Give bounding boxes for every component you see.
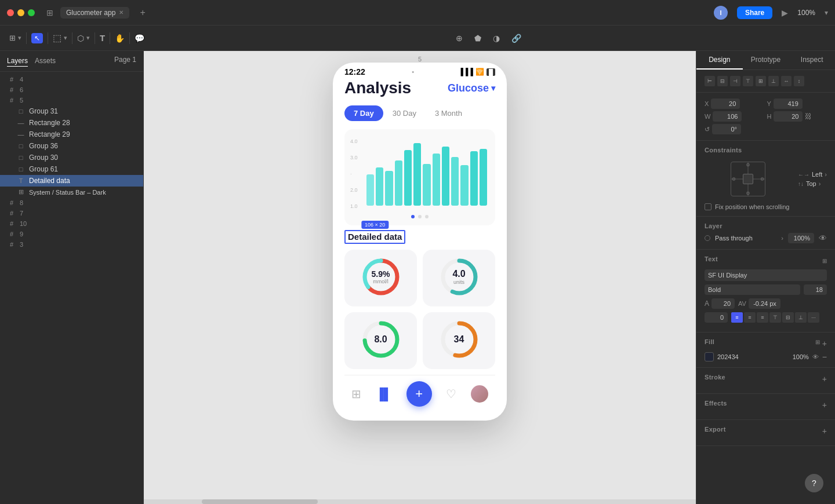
letter-spacing-input[interactable]	[749, 298, 780, 309]
zoom-chevron-icon[interactable]: ▾	[825, 9, 828, 17]
tab-30day[interactable]: 30 Day	[383, 105, 426, 121]
remove-fill-btn[interactable]: −	[822, 352, 827, 361]
visibility-icon[interactable]: 👁	[819, 233, 827, 243]
paragraph-input[interactable]	[705, 312, 728, 323]
align-right-icon[interactable]: ⊣	[730, 76, 740, 86]
font-size-input[interactable]	[804, 284, 827, 295]
zoom-level[interactable]: 100%	[797, 9, 815, 17]
nav-chart-icon[interactable]: ▐▌	[376, 388, 392, 401]
constraint-anchor-left[interactable]	[732, 178, 735, 181]
layer-item-rect28[interactable]: — Rectangle 28	[0, 117, 143, 129]
nav-avatar[interactable]	[471, 385, 488, 403]
y-input[interactable]: 419	[774, 98, 803, 109]
font-family-select[interactable]: SF UI Display	[705, 269, 827, 281]
align-text-center-icon[interactable]: ≡	[744, 312, 756, 323]
layer-item-6[interactable]: # 6	[0, 85, 143, 95]
fill-color-swatch[interactable]	[705, 352, 714, 361]
layer-item-8[interactable]: # 8	[0, 198, 143, 208]
maximize-window-btn[interactable]	[28, 9, 35, 16]
move-tool-icon[interactable]: ⊞	[9, 34, 16, 42]
inspect-tab[interactable]: Inspect	[789, 51, 835, 70]
x-input[interactable]: 20	[711, 98, 740, 109]
horizontal-scrollbar[interactable]	[144, 499, 696, 504]
layer-item-4[interactable]: # 4	[0, 74, 143, 85]
text-vertical-top-icon[interactable]: ⊤	[769, 312, 781, 323]
component-icon[interactable]: ⊕	[456, 34, 463, 43]
scrollbar-thumb[interactable]	[202, 499, 318, 504]
layer-item-detaileddata[interactable]: T Detailed data	[0, 175, 143, 187]
frame-tool-icon[interactable]: ⬚	[53, 32, 61, 43]
prototype-tab[interactable]: Prototype	[743, 51, 789, 70]
close-window-btn[interactable]	[7, 9, 14, 16]
layer-item-group30[interactable]: □ Group 30	[0, 152, 143, 163]
layer-item-5[interactable]: # 5	[0, 95, 143, 105]
nav-add-button[interactable]: +	[406, 381, 432, 407]
comment-tool-icon[interactable]: 💬	[135, 34, 144, 43]
constraint-anchor-top[interactable]	[747, 163, 750, 166]
w-input[interactable]: 106	[713, 111, 742, 122]
nav-home-icon[interactable]: ⊞	[351, 387, 361, 401]
tab-close-icon[interactable]: ✕	[119, 9, 124, 16]
align-text-left-icon[interactable]: ≡	[731, 312, 743, 323]
layer-item-group61[interactable]: □ Group 61	[0, 163, 143, 175]
tab-7day[interactable]: 7 Day	[344, 105, 383, 121]
design-tab[interactable]: Design	[696, 51, 743, 70]
pen-tool-icon[interactable]: ⬡	[77, 34, 84, 43]
theme-icon[interactable]: ◑	[493, 34, 500, 43]
assets-tab[interactable]: Assets	[35, 56, 56, 67]
align-middle-icon[interactable]: ⊞	[756, 76, 766, 86]
play-icon[interactable]: ▶	[782, 8, 788, 17]
rotation-input[interactable]	[712, 124, 741, 134]
align-left-icon[interactable]: ⊢	[705, 76, 715, 86]
opacity-input[interactable]	[788, 233, 814, 243]
avatar-icon[interactable]: I	[714, 6, 728, 20]
blend-mode-label[interactable]: Pass through	[715, 235, 776, 242]
fix-scroll-checkbox[interactable]	[705, 203, 711, 210]
nav-heart-icon[interactable]: ♡	[446, 387, 456, 401]
add-effect-btn[interactable]: +	[822, 400, 827, 410]
fill-color-value[interactable]: 202434	[717, 353, 789, 360]
line-height-input[interactable]	[711, 298, 735, 309]
layer-item-group31[interactable]: □ Group 31	[0, 105, 143, 117]
text-tool-icon[interactable]: T	[100, 33, 105, 43]
page-selector[interactable]: Page 1	[114, 56, 136, 67]
glucose-selector[interactable]: Glucose ▾	[448, 82, 495, 94]
constraint-anchor-right[interactable]	[761, 178, 764, 181]
layer-item-7[interactable]: # 7	[0, 208, 143, 218]
canvas-area[interactable]: 5 12:22 • ▐▐▐ 🛜 █ Analysis Glucose	[144, 51, 696, 504]
add-stroke-btn[interactable]: +	[822, 374, 827, 384]
layer-item-group36[interactable]: □ Group 36	[0, 140, 143, 152]
tab-3month[interactable]: 3 Month	[426, 105, 471, 121]
select-tool-icon[interactable]: ↖	[31, 33, 43, 43]
tool-chevron-icon[interactable]: ▾	[18, 34, 21, 42]
mask-icon[interactable]: ⬟	[474, 34, 481, 43]
frame-chevron-icon[interactable]: ▾	[64, 34, 67, 42]
new-tab-btn[interactable]: +	[140, 8, 145, 18]
text-more-icon[interactable]: ···	[808, 312, 819, 323]
layer-item-rect29[interactable]: — Rectangle 29	[0, 129, 143, 140]
hand-tool-icon[interactable]: ✋	[115, 34, 125, 43]
align-text-right-icon[interactable]: ≡	[757, 312, 768, 323]
fill-visibility-icon[interactable]: 👁	[812, 353, 819, 360]
help-button[interactable]: ?	[805, 474, 823, 492]
align-center-h-icon[interactable]: ⊟	[717, 76, 728, 86]
constraint-anchor-bottom[interactable]	[747, 192, 750, 195]
text-vertical-bot-icon[interactable]: ⊥	[795, 312, 807, 323]
pen-chevron-icon[interactable]: ▾	[86, 34, 90, 42]
layer-item-9[interactable]: # 9	[0, 229, 143, 239]
layer-item-3[interactable]: # 3	[0, 239, 143, 250]
share-button[interactable]: Share	[737, 6, 772, 19]
distribute-h-icon[interactable]: ↔	[781, 76, 792, 86]
add-fill-btn[interactable]: +	[822, 339, 827, 348]
link-icon[interactable]: 🔗	[511, 34, 521, 43]
distribute-v-icon[interactable]: ↕	[794, 76, 804, 86]
file-tab[interactable]: Glucometer app ✕	[60, 7, 129, 19]
h-input[interactable]: 20	[774, 111, 803, 122]
layers-tab[interactable]: Layers	[7, 56, 28, 67]
minimize-window-btn[interactable]	[17, 9, 24, 16]
align-bottom-icon[interactable]: ⊥	[768, 76, 779, 86]
align-top-icon[interactable]: ⊤	[743, 76, 753, 86]
font-weight-select[interactable]: Bold	[705, 284, 800, 295]
layer-item-10[interactable]: # 10	[0, 218, 143, 229]
text-options-icon[interactable]: ⊞	[822, 258, 827, 264]
